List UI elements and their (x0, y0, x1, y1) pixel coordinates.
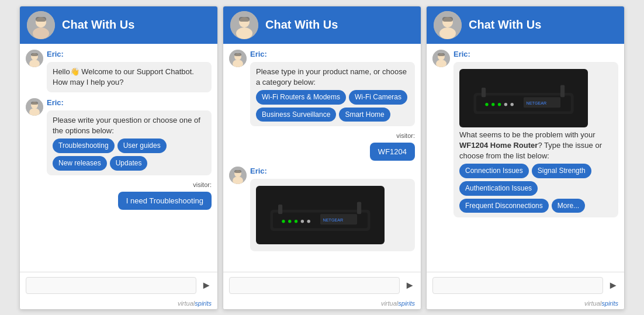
chip-more[interactable]: More... (552, 199, 585, 213)
visitor-label-2: visitor: (396, 132, 415, 139)
message-row-bot-7: Eric: (432, 50, 618, 218)
svg-point-32 (301, 220, 304, 223)
brand-virtual-1: virtual (178, 300, 195, 307)
chat-title-1: Chat With Us (62, 18, 134, 32)
svg-rect-27 (278, 205, 282, 214)
bubble-visitor-2: WF1204 (370, 143, 415, 161)
bot-avatar-7 (432, 50, 450, 67)
brand-spirits-2: spirits (398, 300, 415, 307)
svg-point-30 (288, 220, 291, 223)
message-row-visitor-1: visitor: I need Troubleshooting (26, 181, 212, 210)
sender-name-7: Eric: (453, 50, 618, 58)
sender-name-4: Eric: (250, 50, 415, 58)
chip-row-3: Connection Issues Signal Strength Authen… (459, 164, 612, 213)
sender-name-1: Eric: (47, 50, 212, 58)
chip-wifi-cameras[interactable]: Wi-Fi Cameras (349, 90, 407, 105)
message-content-6: Eric: (250, 167, 415, 251)
chip-signal-strength[interactable]: Signal Strength (532, 164, 591, 178)
avatar-3 (434, 11, 462, 39)
chat-input-3[interactable] (432, 277, 603, 294)
chat-header-2: Chat With Us (223, 6, 421, 44)
svg-point-49 (491, 103, 494, 106)
send-button-1[interactable]: ► (201, 279, 212, 292)
chat-input-2[interactable] (229, 277, 400, 294)
product-image-2: NETGEAR (256, 186, 385, 244)
svg-rect-39 (442, 17, 453, 22)
chip-user-guides[interactable]: User guides (117, 139, 167, 153)
svg-point-38 (439, 27, 456, 39)
chat-header-3: Chat With Us (427, 6, 624, 44)
chat-footer-3: ► (427, 272, 624, 299)
message-content-1: Eric: Hello👋 Welcome to our Support Chat… (47, 50, 212, 92)
bot-avatar-2 (26, 98, 43, 116)
svg-text:NETGEAR: NETGEAR (527, 100, 547, 105)
chip-row-2: Wi-Fi Routers & Modems Wi-Fi Cameras Bus… (256, 90, 409, 122)
message-row-bot-2: Eric: Please write your question or choo… (26, 98, 212, 175)
chat-body-1[interactable]: Eric: Hello👋 Welcome to our Support Chat… (20, 44, 217, 272)
svg-point-52 (511, 103, 514, 106)
send-button-3[interactable]: ► (608, 279, 618, 292)
brand-spirits-3: spirits (601, 300, 618, 307)
svg-point-15 (236, 27, 252, 39)
chat-header-1: Chat With Us (20, 6, 217, 44)
svg-rect-8 (31, 53, 38, 56)
chat-title-3: Chat With Us (469, 18, 541, 32)
svg-text:NETGEAR: NETGEAR (323, 217, 344, 223)
svg-rect-46 (482, 88, 486, 97)
chat-body-2[interactable]: Eric: Please type in your product name, … (223, 44, 421, 272)
bubble-2: Please write your question or choose one… (47, 110, 212, 175)
bot-avatar-4 (229, 50, 247, 67)
avatar-1 (27, 11, 55, 39)
chat-body-3[interactable]: Eric: (427, 44, 624, 272)
chat-panels: Chat With Us Eric: Hello👋 Welcome to our (15, 1, 629, 314)
svg-point-2 (33, 27, 49, 39)
chip-wifi-routers[interactable]: Wi-Fi Routers & Modems (256, 90, 346, 105)
chip-business-surv[interactable]: Business Surveillance (256, 108, 336, 122)
chat-panel-3: Chat With Us Eric: (426, 6, 625, 310)
bubble-6: NETGEAR (250, 179, 415, 251)
chip-updates[interactable]: Updates (110, 156, 148, 171)
svg-point-48 (485, 103, 488, 106)
chip-troubleshooting[interactable]: Troubleshooting (53, 139, 115, 153)
chip-connection-issues[interactable]: Connection Issues (459, 164, 529, 178)
brand-virtual-3: virtual (584, 300, 601, 307)
svg-rect-4 (36, 17, 46, 22)
chat-panel-1: Chat With Us Eric: Hello👋 Welcome to our (19, 6, 218, 310)
bot-avatar-6 (229, 167, 247, 184)
chat-footer-2: ► (223, 272, 421, 299)
sender-name-6: Eric: (250, 167, 415, 175)
chat-footer-1: ► (20, 272, 217, 299)
footer-brand-3: virtualspirits (427, 299, 624, 309)
svg-point-50 (498, 103, 501, 106)
chat-panel-2: Chat With Us Eric: Please type in your p… (223, 6, 421, 310)
send-button-2[interactable]: ► (404, 279, 415, 292)
chip-auth-issues[interactable]: Authentication Issues (459, 181, 538, 196)
brand-virtual-2: virtual (381, 300, 398, 307)
chat-input-1[interactable] (26, 277, 196, 294)
message-content-2: Eric: Please write your question or choo… (47, 98, 212, 175)
message-row-bot-4: Eric: Please type in your product name, … (229, 50, 415, 127)
message-row-bot-1: Eric: Hello👋 Welcome to our Support Chat… (26, 50, 212, 92)
message-content-7: Eric: (453, 50, 618, 218)
brand-spirits-1: spirits (195, 300, 212, 307)
bubble-1: Hello👋 Welcome to our Support Chatbot.Ho… (47, 62, 212, 92)
chip-freq-disconn[interactable]: Frequent Disconnections (459, 199, 549, 213)
svg-rect-16 (239, 17, 250, 22)
chip-new-releases[interactable]: New releases (53, 156, 107, 171)
message-row-visitor-2: visitor: WF1204 (229, 132, 415, 161)
chip-row-1: Troubleshooting User guides New releases… (53, 139, 206, 171)
svg-rect-12 (31, 102, 38, 105)
svg-rect-24 (234, 170, 241, 173)
svg-rect-28 (357, 202, 361, 214)
footer-brand-1: virtualspirits (20, 299, 217, 309)
avatar-2 (230, 11, 258, 39)
svg-point-31 (295, 220, 297, 223)
chip-smart-home[interactable]: Smart Home (339, 108, 390, 122)
product-image-3: NETGEAR (459, 69, 588, 127)
bubble-4: Please type in your product name, or cho… (250, 62, 415, 127)
svg-rect-47 (560, 85, 565, 97)
bubble-visitor-1: I need Troubleshooting (118, 192, 212, 210)
chat-title-2: Chat With Us (265, 18, 338, 32)
svg-point-51 (504, 103, 507, 106)
sender-name-2: Eric: (47, 98, 212, 107)
